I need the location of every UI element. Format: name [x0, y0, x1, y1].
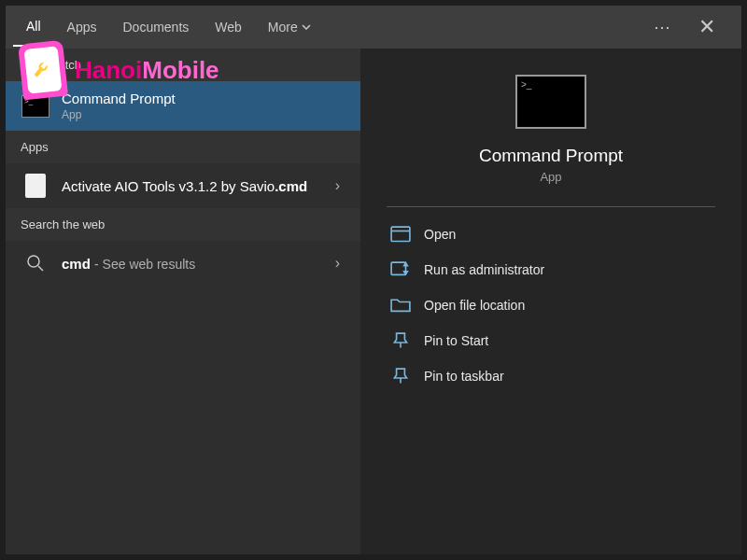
svg-line-1: [38, 266, 43, 271]
section-best-match: Best match: [6, 49, 360, 81]
open-icon: [390, 226, 411, 243]
action-pin-start[interactable]: Pin to Start: [387, 323, 715, 358]
action-label: Run as administrator: [424, 262, 544, 277]
pin-taskbar-icon: [390, 368, 411, 385]
action-list: Open Run as administrator Open file loca…: [387, 217, 715, 394]
divider: [387, 206, 715, 207]
result-title: cmd - See web results: [62, 256, 330, 272]
preview-subtitle: App: [540, 170, 561, 184]
action-run-admin[interactable]: Run as administrator: [387, 252, 715, 287]
tab-more-label: More: [268, 20, 298, 35]
result-title: Activate AIO Tools v3.1.2 by Savio.cmd: [62, 178, 330, 194]
more-options-button[interactable]: ⋯: [654, 17, 672, 37]
result-text: Command Prompt App: [62, 91, 345, 121]
result-text: Activate AIO Tools v3.1.2 by Savio.cmd: [62, 178, 330, 194]
result-title: Command Prompt: [62, 91, 345, 106]
chevron-right-icon[interactable]: ›: [330, 177, 345, 194]
chevron-right-icon[interactable]: ›: [330, 255, 345, 272]
svg-rect-2: [391, 227, 410, 241]
tab-web[interactable]: Web: [202, 8, 255, 46]
file-icon: [21, 173, 50, 199]
action-label: Open: [424, 227, 456, 242]
svg-point-0: [28, 256, 39, 267]
action-open-location[interactable]: Open file location: [387, 287, 715, 323]
body: Best match Command Prompt App Apps Activ…: [6, 49, 741, 554]
preview-header: Command Prompt App: [387, 75, 715, 184]
preview-pane: Command Prompt App Open Run as admin: [360, 49, 741, 554]
action-open[interactable]: Open: [387, 217, 715, 252]
section-apps: Apps: [6, 131, 360, 163]
result-subtitle: App: [62, 108, 345, 121]
cmd-icon: [21, 93, 50, 119]
search-icon: [21, 250, 50, 276]
chevron-down-icon: [302, 24, 311, 30]
results-pane: Best match Command Prompt App Apps Activ…: [6, 49, 360, 554]
tab-documents[interactable]: Documents: [109, 8, 202, 46]
result-text: cmd - See web results: [62, 256, 330, 272]
tab-apps[interactable]: Apps: [54, 8, 110, 46]
svg-rect-4: [391, 262, 405, 274]
preview-app-icon: [515, 75, 586, 129]
result-app-item[interactable]: Activate AIO Tools v3.1.2 by Savio.cmd ›: [6, 163, 360, 208]
action-pin-taskbar[interactable]: Pin to taskbar: [387, 358, 715, 394]
result-web-item[interactable]: cmd - See web results ›: [6, 241, 360, 286]
action-label: Pin to Start: [424, 333, 488, 348]
close-button[interactable]: ✕: [689, 11, 725, 43]
result-best-match[interactable]: Command Prompt App: [6, 81, 360, 131]
header-bar: All Apps Documents Web More ⋯ ✕: [6, 6, 741, 49]
tab-all[interactable]: All: [13, 7, 54, 47]
action-label: Pin to taskbar: [424, 369, 504, 384]
pin-start-icon: [390, 332, 411, 349]
search-window: All Apps Documents Web More ⋯ ✕ Best mat…: [6, 6, 741, 554]
filter-tabs: All Apps Documents Web More: [13, 7, 654, 47]
admin-icon: [390, 261, 411, 278]
tab-more[interactable]: More: [255, 8, 324, 46]
folder-icon: [390, 297, 411, 314]
header-actions: ⋯ ✕: [654, 11, 734, 43]
action-label: Open file location: [424, 298, 525, 313]
preview-title: Command Prompt: [479, 146, 623, 166]
section-search-web: Search the web: [6, 208, 360, 241]
